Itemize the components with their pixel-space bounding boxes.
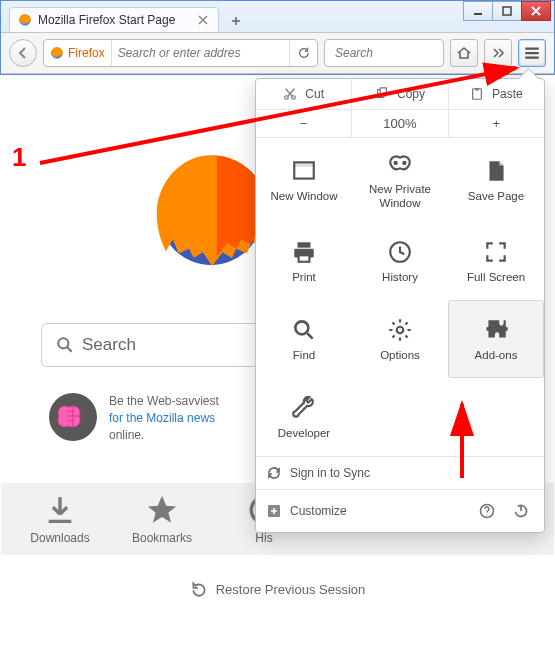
menu-full-screen[interactable]: Full Screen — [448, 222, 544, 300]
back-button[interactable] — [9, 39, 37, 67]
newsletter-link[interactable]: for the Mozilla news — [109, 411, 215, 425]
svg-rect-20 — [299, 255, 310, 262]
hamburger-menu-button[interactable] — [518, 39, 546, 67]
menu-cut[interactable]: Cut — [256, 79, 351, 109]
paste-icon — [470, 87, 484, 101]
minimize-button[interactable] — [463, 1, 493, 21]
menu-sync-label: Sign in to Sync — [290, 466, 370, 480]
launcher-bookmarks-label: Bookmarks — [132, 531, 192, 545]
nav-toolbar: Firefox — [1, 32, 554, 74]
copy-icon — [375, 87, 389, 101]
tab-active[interactable]: Mozilla Firefox Start Page — [9, 7, 219, 32]
zoom-level[interactable]: 100% — [351, 110, 447, 137]
app-menu-panel: Cut Copy Paste − 100% + New Window New P… — [255, 78, 545, 533]
window-controls — [464, 1, 551, 21]
svg-point-6 — [58, 338, 68, 348]
maximize-button[interactable] — [492, 1, 522, 21]
menu-paste[interactable]: Paste — [448, 79, 544, 109]
svg-rect-1 — [503, 7, 511, 15]
svg-point-22 — [295, 321, 308, 334]
identity-label: Firefox — [68, 46, 105, 60]
url-input[interactable] — [112, 40, 289, 66]
launcher-downloads[interactable]: Downloads — [21, 493, 99, 545]
sync-icon — [266, 465, 282, 481]
menu-quit[interactable] — [508, 498, 534, 524]
menu-options[interactable]: Options — [352, 300, 448, 378]
search-bar[interactable] — [324, 39, 444, 67]
menu-find-label: Find — [293, 349, 315, 363]
restore-session[interactable]: Restore Previous Session — [1, 568, 554, 610]
svg-rect-0 — [474, 13, 482, 15]
firefox-icon — [18, 13, 32, 27]
menu-new-window[interactable]: New Window — [256, 138, 352, 222]
menu-new-private-window[interactable]: New Private Window — [352, 138, 448, 222]
menu-developer[interactable]: Developer — [256, 378, 352, 456]
restore-session-label: Restore Previous Session — [216, 582, 366, 597]
reload-button[interactable] — [289, 40, 317, 66]
menu-sync[interactable]: Sign in to Sync — [256, 457, 544, 489]
menu-paste-label: Paste — [492, 87, 523, 101]
newsletter-promo: Be the Web-savviest for the Mozilla news… — [49, 393, 219, 443]
menu-print-label: Print — [292, 271, 316, 285]
menu-addons-label: Add-ons — [475, 349, 518, 363]
menu-customize-label: Customize — [290, 504, 347, 518]
launcher-bookmarks[interactable]: Bookmarks — [123, 493, 201, 545]
tab-close-icon[interactable] — [196, 13, 210, 27]
menu-history[interactable]: History — [352, 222, 448, 300]
menu-options-label: Options — [380, 349, 420, 363]
menu-print[interactable]: Print — [256, 222, 352, 300]
menu-copy-label: Copy — [397, 87, 425, 101]
newsletter-text-1: Be the Web-savviest — [109, 394, 219, 408]
home-button[interactable] — [450, 39, 478, 67]
launcher-downloads-label: Downloads — [30, 531, 89, 545]
svg-rect-18 — [298, 242, 311, 247]
menu-cut-label: Cut — [305, 87, 324, 101]
menu-save-page-label: Save Page — [468, 190, 524, 204]
menu-copy[interactable]: Copy — [351, 79, 447, 109]
menu-find[interactable]: Find — [256, 300, 352, 378]
url-bar[interactable]: Firefox — [43, 39, 318, 67]
svg-rect-15 — [294, 162, 314, 166]
menu-addons[interactable]: Add-ons — [448, 300, 544, 378]
search-icon — [56, 336, 74, 354]
newsletter-text-3: online. — [109, 428, 144, 442]
menu-new-private-window-label: New Private Window — [357, 183, 443, 211]
menu-save-page[interactable]: Save Page — [448, 138, 544, 222]
zoom-out[interactable]: − — [256, 110, 351, 137]
launcher-history-label: His — [255, 531, 272, 545]
tab-title: Mozilla Firefox Start Page — [38, 13, 175, 27]
cut-icon — [283, 87, 297, 101]
menu-new-window-label: New Window — [270, 190, 337, 204]
restore-icon — [190, 580, 208, 598]
menu-customize[interactable]: Customize — [266, 503, 347, 519]
identity-box[interactable]: Firefox — [44, 40, 112, 66]
annotation-number-1: 1 — [12, 142, 26, 173]
svg-rect-11 — [380, 88, 386, 96]
plus-box-icon — [266, 503, 282, 519]
svg-point-17 — [402, 161, 406, 165]
svg-rect-13 — [475, 88, 479, 91]
overflow-button[interactable] — [484, 39, 512, 67]
svg-point-16 — [394, 161, 398, 165]
start-search-placeholder: Search — [82, 335, 136, 355]
menu-developer-label: Developer — [278, 427, 330, 441]
newtab-button[interactable] — [225, 10, 247, 32]
close-button[interactable] — [521, 1, 551, 21]
brain-icon — [49, 393, 97, 441]
svg-point-23 — [397, 326, 404, 333]
menu-history-label: History — [382, 271, 418, 285]
menu-help[interactable] — [474, 498, 500, 524]
menu-full-screen-label: Full Screen — [467, 271, 525, 285]
zoom-in[interactable]: + — [448, 110, 544, 137]
